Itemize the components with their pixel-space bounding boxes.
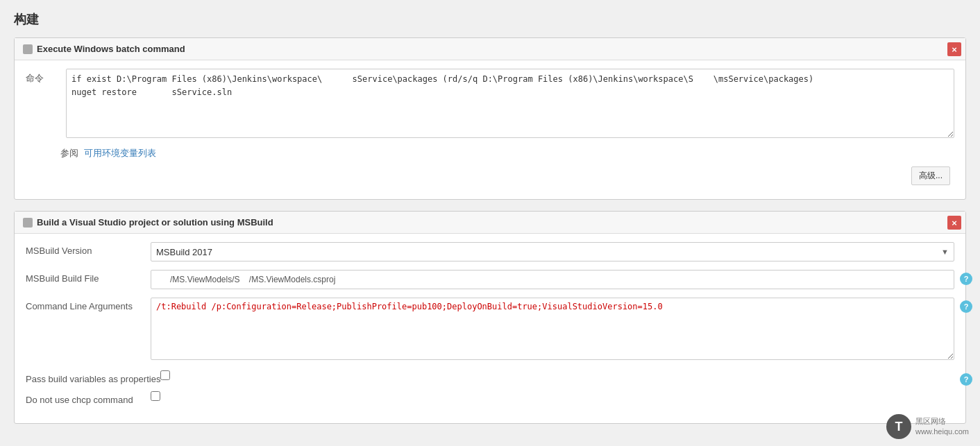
watermark-logo: T [886, 414, 911, 439]
advanced-button[interactable]: 高级... [911, 166, 950, 185]
command-row: 命令 <span class="command-text">if exist D… [26, 69, 954, 140]
pass-vars-help-icon[interactable]: ? [960, 373, 972, 386]
command-textarea[interactable]: <span class="command-text">if exist D:\P… [66, 69, 954, 138]
msbuild-version-label: MSBuild Version [26, 242, 151, 256]
command-label: 命令 [26, 69, 60, 85]
section1-header: Execute Windows batch command [15, 38, 965, 60]
msbuild-file-input[interactable] [151, 270, 954, 289]
advanced-btn-row: 高级... [26, 162, 954, 188]
no-chcp-label: Do not use chcp command [26, 391, 151, 405]
section1-close-button[interactable]: × [947, 42, 961, 56]
msbuild-version-select[interactable]: MSBuild 2017 MSBuild 2019 MSBuild 2022 [151, 242, 954, 261]
no-chcp-checkbox[interactable] [151, 391, 160, 401]
ref-row: 参阅 可用环境变量列表 [60, 147, 954, 160]
command-args-row: Command Line Arguments ? [26, 298, 954, 362]
section2-close-button[interactable]: × [947, 216, 961, 230]
msbuild-file-row: MSBuild Build File ? [26, 270, 954, 289]
watermark-text: 黑区网络 www.heiqu.com [915, 416, 969, 438]
section-msbuild: Build a Visual Studio project or solutio… [14, 211, 966, 424]
msbuild-file-help-icon[interactable]: ? [960, 273, 972, 285]
ref-link[interactable]: 可用环境变量列表 [84, 148, 156, 158]
msbuild-version-row: MSBuild Version MSBuild 2017 MSBuild 201… [26, 242, 954, 261]
command-args-help-icon[interactable]: ? [960, 300, 972, 313]
command-args-label: Command Line Arguments [26, 298, 151, 311]
watermark-line1: 黑区网络 [915, 416, 969, 427]
section2-icon [23, 218, 33, 228]
watermark-line2: www.heiqu.com [915, 427, 969, 437]
section1-icon [23, 44, 33, 54]
ref-prefix-text: 参阅 [60, 148, 78, 158]
pass-vars-label: Pass build variables as properties [26, 370, 160, 384]
command-args-textarea[interactable] [151, 298, 954, 360]
section-execute-batch: Execute Windows batch command × 命令 <span… [14, 37, 966, 200]
msbuild-version-select-wrap: MSBuild 2017 MSBuild 2019 MSBuild 2022 ▼ [151, 242, 954, 261]
no-chcp-row: Do not use chcp command [26, 391, 954, 405]
msbuild-file-label: MSBuild Build File [26, 270, 151, 284]
pass-vars-row: Pass build variables as properties ? [26, 370, 954, 384]
section2-header: Build a Visual Studio project or solutio… [15, 212, 965, 234]
page-title: 构建 [14, 7, 966, 28]
pass-vars-checkbox[interactable] [160, 370, 170, 380]
watermark: T 黑区网络 www.heiqu.com [886, 414, 969, 439]
